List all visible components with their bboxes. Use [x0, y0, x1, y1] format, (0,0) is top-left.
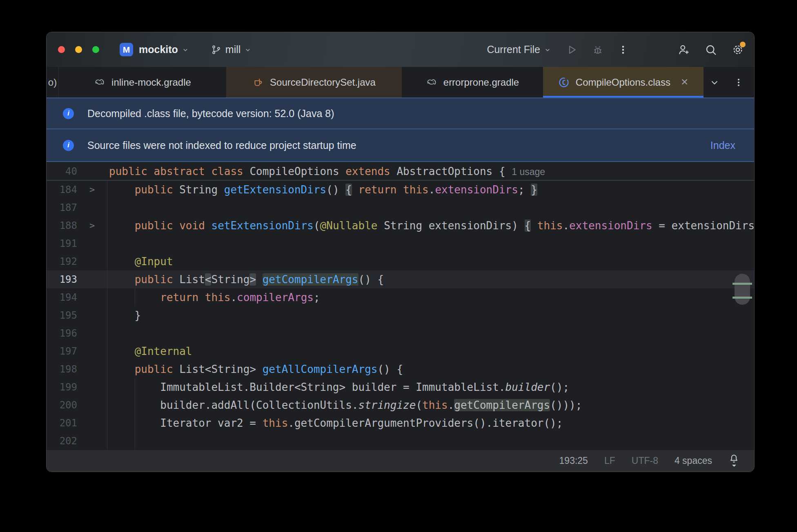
code-token: ( [416, 399, 422, 411]
code-token: class [211, 165, 243, 177]
project-badge[interactable]: M [120, 43, 133, 56]
line-number: 198 [47, 360, 77, 378]
run-icon[interactable] [565, 44, 578, 56]
code-line-194[interactable]: 194 return this.compilerArgs; [47, 288, 754, 306]
analysis-mark [732, 283, 752, 285]
index-link[interactable]: Index [710, 140, 754, 151]
code-line-196[interactable]: 196 [47, 324, 754, 342]
indent-setting[interactable]: 4 spaces [675, 455, 712, 466]
code-token: < [205, 273, 211, 286]
code-line-199[interactable]: 199 ImmutableList.Builder<String> builde… [47, 378, 754, 396]
code-editor[interactable]: 40public abstract class CompileOptions e… [47, 162, 754, 450]
scrollbar-thumb[interactable] [735, 274, 750, 305]
indent-guide [135, 396, 135, 414]
line-number: 195 [47, 306, 77, 324]
code-line-187[interactable]: 187 [47, 199, 754, 217]
settings-gear-icon[interactable] [731, 43, 744, 56]
notification-dot [740, 42, 746, 47]
add-user-icon[interactable] [677, 43, 690, 56]
code-token: setExtensionDirs [211, 219, 313, 232]
code-line-195[interactable]: 195 } [47, 306, 754, 324]
debug-icon[interactable] [592, 44, 604, 56]
fullscreen-window-button[interactable] [92, 46, 99, 53]
code-token: void [179, 219, 205, 232]
notifications-bell-icon[interactable] [728, 453, 739, 469]
indent-guide [135, 378, 135, 396]
code-token: abstract [154, 165, 205, 177]
code-token [198, 291, 205, 304]
line-number: 191 [47, 235, 77, 253]
line-number: 192 [47, 253, 77, 270]
file-encoding[interactable]: UTF-8 [632, 455, 658, 466]
tab-label: errorprone.gradle [443, 77, 519, 88]
run-configuration-selector[interactable]: Current File [487, 44, 552, 55]
code-token: this [263, 417, 288, 429]
code-token: @Internal [135, 345, 192, 357]
tab-CompileOptions.class[interactable]: CCompileOptions.class✕ [543, 67, 703, 98]
code-token [109, 363, 135, 375]
java-file-icon [252, 77, 264, 88]
more-vertical-icon[interactable] [618, 44, 628, 56]
tab-label: CompileOptions.class [576, 77, 670, 88]
search-icon[interactable] [704, 43, 717, 56]
gradle-icon [426, 77, 437, 88]
line-number: 194 [47, 288, 77, 306]
code-token: . [448, 399, 454, 411]
fold-arrow-icon[interactable]: > [77, 181, 107, 199]
tab-SourceDirectorySet.java[interactable]: SourceDirectorySet.java [226, 67, 402, 98]
code-token: CompileOptions [243, 165, 345, 177]
code-token: { [525, 219, 531, 232]
code-token: @Nullable [320, 219, 378, 232]
code-token: 1 usage [512, 166, 545, 177]
code-token: ; [518, 184, 531, 196]
minimize-window-button[interactable] [75, 46, 82, 53]
fold-arrow-icon[interactable]: > [77, 217, 107, 235]
code-token [352, 184, 358, 196]
line-ending[interactable]: LF [604, 455, 615, 466]
code-line-40[interactable]: 40public abstract class CompileOptions e… [47, 162, 754, 181]
code-line-200[interactable]: 200 builder.addAll(CollectionUtils.strin… [47, 396, 754, 414]
svg-text:C: C [562, 79, 565, 86]
code-token: this [537, 219, 563, 232]
code-token [173, 219, 180, 232]
code-token: compilerArgs [237, 291, 314, 304]
code-line-184[interactable]: 184> public String getExtensionDirs() { … [47, 181, 754, 199]
code-line-192[interactable]: 192 @Input [47, 253, 754, 270]
line-number: 202 [47, 432, 77, 450]
code-line-197[interactable]: 197 @Internal [47, 342, 754, 360]
code-line-188[interactable]: 188> public void setExtensionDirs(@Nulla… [47, 217, 754, 235]
code-token: AbstractOptions { [390, 165, 512, 177]
code-line-201[interactable]: 201 Iterator var2 = this.getCompilerArgu… [47, 414, 754, 432]
code-token: ; [314, 291, 320, 304]
code-token [109, 273, 135, 286]
close-icon[interactable]: ✕ [681, 77, 688, 88]
code-token: String [173, 184, 224, 196]
caret-position[interactable]: 193:25 [559, 455, 588, 466]
line-number: 196 [47, 324, 77, 342]
line-number: 188 [47, 217, 77, 235]
close-window-button[interactable] [58, 46, 65, 53]
line-number: 197 [47, 342, 77, 360]
more-vertical-icon[interactable] [734, 77, 744, 88]
code-token: . [563, 219, 569, 232]
code-token: { [345, 184, 352, 196]
indent-guide [135, 432, 135, 450]
tab-errorprone.gradle[interactable]: errorprone.gradle [402, 67, 543, 98]
chevron-down-icon[interactable] [709, 77, 720, 88]
vcs-widget[interactable]: mill [211, 44, 252, 55]
code-token: String extensionDirs) [377, 219, 524, 232]
line-number: 200 [47, 396, 77, 414]
code-token: getCompilerArgs [454, 399, 550, 411]
tab-inline-mock.gradle[interactable]: inline-mock.gradle [59, 67, 226, 98]
code-token: ())); [550, 399, 582, 411]
code-line-193[interactable]: 193 public List<String> getCompilerArgs(… [47, 270, 754, 288]
tab-label: SourceDirectorySet.java [270, 77, 376, 88]
tab-partial[interactable]: o) [47, 67, 59, 98]
code-token: . [230, 291, 237, 304]
project-selector[interactable]: mockito [139, 44, 178, 55]
code-line-202[interactable]: 202 [47, 432, 754, 450]
run-config-label: Current File [487, 44, 540, 55]
code-line-191[interactable]: 191 [47, 235, 754, 253]
code-line-198[interactable]: 198 public List<String> getAllCompilerAr… [47, 360, 754, 378]
index-banner: i Source files were not indexed to reduc… [47, 129, 754, 162]
